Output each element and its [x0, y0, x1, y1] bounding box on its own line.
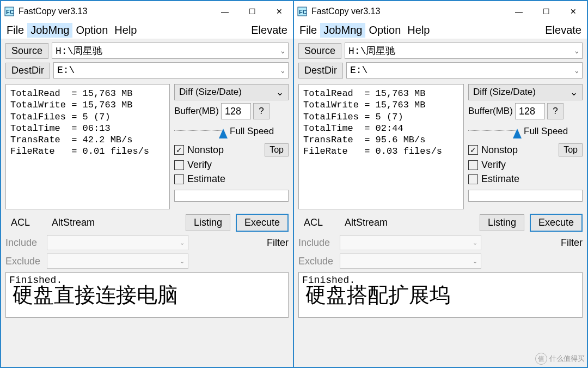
- speed-label: Full Speed: [524, 126, 568, 137]
- chevron-down-icon: ⌄: [473, 239, 477, 246]
- mode-select[interactable]: Diff (Size/Date)⌄: [174, 84, 289, 100]
- menu-jobmng[interactable]: JobMng: [320, 23, 365, 38]
- chevron-down-icon: ⌄: [180, 258, 185, 265]
- buffer-input[interactable]: [515, 103, 545, 119]
- window-title: FastCopy ver3.13: [19, 7, 87, 16]
- destdir-value: E:\: [57, 65, 75, 76]
- menu-elevate[interactable]: Elevate: [542, 23, 585, 38]
- speed-label: Full Speed: [230, 126, 274, 137]
- close-button[interactable]: ✕: [560, 1, 587, 22]
- verify-label: Verify: [481, 159, 506, 171]
- estimate-label: Estimate: [481, 173, 519, 185]
- acl-label: ACL: [304, 217, 323, 228]
- watermark-text: 什么值得买: [549, 354, 585, 364]
- exclude-combo[interactable]: ⌄: [340, 254, 481, 269]
- altstream-label: AltStream: [345, 217, 388, 228]
- source-combo[interactable]: H:\周星驰⌄: [52, 43, 289, 59]
- chevron-down-icon: ⌄: [281, 67, 285, 75]
- buffer-label: Buffer(MB): [468, 106, 513, 117]
- verify-checkbox[interactable]: [468, 160, 478, 170]
- estimate-checkbox[interactable]: [174, 174, 184, 184]
- maximize-button[interactable]: ☐: [532, 1, 560, 22]
- log-box: Finished. 硬盘直接连接电脑: [5, 272, 289, 318]
- destdir-combo[interactable]: E:\⌄: [53, 62, 289, 79]
- app-icon: FC: [297, 7, 307, 16]
- chevron-down-icon: ⌄: [570, 87, 578, 98]
- nonstop-label: Nonstop: [187, 144, 224, 156]
- listing-button[interactable]: Listing: [480, 214, 524, 231]
- mode-select[interactable]: Diff (Size/Date)⌄: [468, 84, 583, 100]
- watermark-icon: 值: [535, 353, 547, 365]
- window-right: FC FastCopy ver3.13 — ☐ ✕ File JobMng Op…: [294, 1, 587, 367]
- blank-field: [468, 190, 583, 202]
- menubar: File JobMng Option Help Elevate: [1, 22, 293, 39]
- top-button[interactable]: Top: [265, 143, 289, 156]
- include-combo[interactable]: ⌄: [47, 235, 188, 250]
- destdir-value: E:\: [350, 65, 367, 76]
- help-button[interactable]: ?: [253, 103, 270, 119]
- chevron-down-icon: ⌄: [180, 239, 185, 246]
- watermark: 值 什么值得买: [535, 353, 585, 365]
- destdir-button[interactable]: DestDir: [5, 63, 50, 79]
- estimate-label: Estimate: [187, 173, 225, 185]
- filter-label: Filter: [561, 237, 583, 249]
- menu-option[interactable]: Option: [365, 23, 404, 38]
- source-button[interactable]: Source: [5, 43, 48, 59]
- nonstop-label: Nonstop: [481, 144, 518, 156]
- exclude-label: Exclude: [5, 256, 42, 267]
- exclude-label: Exclude: [298, 256, 335, 267]
- buffer-label: Buffer(MB): [174, 106, 219, 117]
- speed-slider[interactable]: [468, 130, 518, 133]
- include-label: Include: [5, 237, 42, 249]
- menu-jobmng[interactable]: JobMng: [27, 23, 72, 38]
- menu-file[interactable]: File: [3, 23, 27, 38]
- destdir-button[interactable]: DestDir: [298, 63, 343, 79]
- verify-label: Verify: [187, 159, 212, 171]
- window-left: FC FastCopy ver3.13 — ☐ ✕ File JobMng Op…: [1, 1, 294, 367]
- slider-thumb-icon[interactable]: [513, 129, 522, 138]
- maximize-button[interactable]: ☐: [238, 1, 266, 22]
- menu-file[interactable]: File: [296, 23, 320, 38]
- source-value: H:\周星驰: [348, 44, 395, 57]
- verify-checkbox[interactable]: [174, 160, 184, 170]
- source-combo[interactable]: H:\周星驰⌄: [345, 43, 583, 59]
- source-button[interactable]: Source: [298, 43, 341, 59]
- buffer-input[interactable]: [221, 103, 251, 119]
- chevron-down-icon: ⌄: [575, 47, 579, 55]
- estimate-checkbox[interactable]: [468, 174, 478, 184]
- slider-thumb-icon[interactable]: [219, 129, 228, 138]
- top-button[interactable]: Top: [559, 143, 583, 156]
- menu-help[interactable]: Help: [404, 23, 433, 38]
- listing-button[interactable]: Listing: [186, 214, 230, 231]
- app-icon: FC: [4, 7, 14, 16]
- destdir-combo[interactable]: E:\⌄: [346, 62, 583, 79]
- menu-help[interactable]: Help: [111, 23, 140, 38]
- svg-text:FC: FC: [6, 9, 14, 15]
- execute-button[interactable]: Execute: [236, 214, 289, 232]
- caption-right: 硬盘搭配扩展坞: [302, 285, 579, 305]
- chevron-down-icon: ⌄: [281, 47, 285, 55]
- nonstop-checkbox[interactable]: ✓: [174, 145, 184, 155]
- menu-option[interactable]: Option: [72, 23, 111, 38]
- titlebar: FC FastCopy ver3.13 — ☐ ✕: [294, 1, 587, 22]
- filter-label: Filter: [267, 237, 289, 249]
- minimize-button[interactable]: —: [505, 1, 532, 22]
- close-button[interactable]: ✕: [266, 1, 293, 22]
- log-box: Finished. 硬盘搭配扩展坞: [298, 272, 583, 318]
- help-button[interactable]: ?: [547, 103, 564, 119]
- nonstop-checkbox[interactable]: ✓: [468, 145, 478, 155]
- include-combo[interactable]: ⌄: [340, 235, 481, 250]
- menubar: File JobMng Option Help Elevate: [294, 22, 587, 39]
- stats-box: TotalRead = 15,763 MB TotalWrite = 15,76…: [5, 84, 170, 209]
- menu-elevate[interactable]: Elevate: [248, 23, 291, 38]
- execute-button[interactable]: Execute: [530, 214, 583, 232]
- altstream-label: AltStream: [52, 217, 95, 228]
- chevron-down-icon: ⌄: [473, 258, 477, 265]
- chevron-down-icon: ⌄: [276, 87, 284, 98]
- minimize-button[interactable]: —: [211, 1, 238, 22]
- speed-slider[interactable]: [174, 130, 224, 133]
- window-title: FastCopy ver3.13: [311, 7, 380, 16]
- exclude-combo[interactable]: ⌄: [47, 254, 188, 269]
- acl-label: ACL: [11, 217, 30, 228]
- source-value: H:\周星驰: [56, 44, 102, 57]
